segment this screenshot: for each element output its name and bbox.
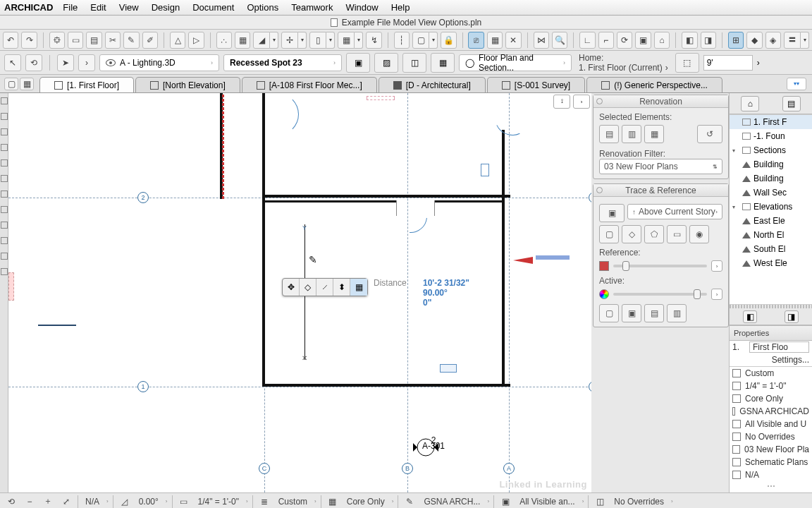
quick-row[interactable]: All Visible and U	[730, 418, 812, 430]
vertical-guide-icon[interactable]: ┆	[394, 32, 410, 49]
chevron-right-icon[interactable]: ›	[582, 498, 584, 504]
selection-icon[interactable]: ⯐	[49, 32, 65, 49]
multi-view-icon[interactable]: ▦	[20, 78, 34, 90]
demolish-status-button[interactable]: ▥	[622, 125, 641, 143]
mirror-h-icon[interactable]: △	[170, 32, 185, 49]
grid-snap-icon[interactable]: ▦	[338, 32, 355, 49]
trace-story[interactable]: ↑ Above Current Story ›	[627, 204, 722, 219]
trace-tool[interactable]: ◇	[622, 225, 641, 243]
status-scale[interactable]: 1/4" = 1'-0"	[195, 497, 242, 507]
undo-button[interactable]: ↶	[3, 32, 18, 49]
tool-item[interactable]	[1, 113, 8, 120]
chevron-right-icon[interactable]: ›	[166, 498, 168, 504]
active-color-swatch[interactable]	[599, 289, 609, 299]
reset-status-button[interactable]: ↺	[697, 125, 722, 143]
tree-node[interactable]: Building	[730, 157, 812, 171]
zoom-in-icon[interactable]: ＋	[41, 495, 55, 508]
workplane-icon[interactable]: ◢	[253, 32, 270, 49]
break-icon[interactable]: ↯	[366, 32, 381, 49]
layer-icon[interactable]: ▣	[635, 32, 651, 49]
chevron-right-icon[interactable]: ›	[106, 498, 109, 504]
quick-row[interactable]: Core Only	[730, 392, 812, 405]
tree-node[interactable]: Wall Sec	[730, 186, 812, 200]
marquee-icon[interactable]: ▭	[68, 32, 83, 49]
grid-icon[interactable]: ▦	[235, 32, 250, 49]
status-pen[interactable]: GSNA ARCH...	[421, 497, 483, 507]
chevron-down-icon[interactable]: ▾	[270, 32, 278, 49]
chevron-right-icon[interactable]: ›	[665, 63, 668, 73]
view-navigator[interactable]: A - Lighting.3D ›	[99, 54, 219, 71]
menu-document[interactable]: Document	[192, 2, 234, 13]
gravity-toggle[interactable]: ⎚	[468, 32, 484, 49]
menu-design[interactable]: Design	[152, 2, 180, 13]
prop-row[interactable]: 1. First Floo	[730, 341, 812, 353]
tab-first-floor[interactable]: [1. First Floor]	[39, 77, 134, 92]
quick-row[interactable]: 1/4" = 1'-0"	[730, 380, 812, 392]
trace-action[interactable]: ▥	[667, 304, 687, 322]
single-view-icon[interactable]: ▢	[4, 78, 18, 90]
chevron-right-icon[interactable]: ›	[78, 54, 95, 71]
rotate-icon[interactable]: ◇	[300, 279, 316, 296]
window-icon[interactable]: ◨	[701, 32, 716, 49]
status-struct[interactable]: Core Only	[344, 497, 388, 507]
chevron-down-icon[interactable]: ▾	[429, 32, 438, 49]
refresh-icon[interactable]: ⟲	[4, 495, 18, 508]
redo-button[interactable]: ↷	[21, 32, 37, 49]
tree-branch[interactable]: ▾Elevations	[730, 200, 812, 214]
quick-row[interactable]: Custom	[730, 367, 812, 380]
tree-branch[interactable]: ▾Sections	[730, 143, 812, 157]
pet-palette[interactable]: ✥ ◇ ⟋ ⬍ ▦	[282, 278, 368, 296]
tab-north-elevation[interactable]: [North Elevation]	[135, 77, 240, 92]
lock-icon[interactable]: 🔒	[441, 32, 456, 49]
chevron-down-icon[interactable]: ▾	[326, 32, 335, 49]
quick-row[interactable]: Schematic Plans	[730, 456, 812, 468]
ref-opacity-slider[interactable]	[613, 265, 707, 267]
chevron-right-icon[interactable]: ›	[573, 95, 590, 109]
coord-input[interactable]: 9'	[703, 55, 753, 71]
mirror-icon[interactable]: ⟋	[316, 279, 333, 296]
tool-item[interactable]	[1, 175, 8, 182]
tab-a108[interactable]: [A-108 First Floor Mec...]	[242, 77, 377, 92]
quick-row[interactable]: N/A	[730, 468, 812, 481]
intersect-toggle[interactable]: ⊞	[728, 32, 744, 49]
trace-toggle[interactable]: ▣	[599, 204, 625, 222]
chevron-down-icon[interactable]: ▾	[355, 32, 363, 49]
tab-s001[interactable]: [S-001 Survey]	[487, 77, 585, 92]
rotate-icon[interactable]: ⟳	[617, 32, 632, 49]
settings-button[interactable]: Settings...	[730, 353, 812, 366]
status-custom[interactable]: Custom	[276, 497, 310, 507]
chevron-down-icon[interactable]: ▾	[801, 32, 809, 49]
menu-view[interactable]: View	[119, 2, 139, 13]
drawing-canvas[interactable]: 2 2 1 1 C B A ✕ Y ✎	[8, 93, 591, 492]
trace-action[interactable]: ▢	[599, 304, 619, 322]
active-opacity-slider[interactable]	[613, 293, 707, 296]
menu-file[interactable]: File	[63, 2, 78, 13]
chevron-right-icon[interactable]: ›	[314, 498, 316, 504]
tool-item[interactable]	[1, 128, 8, 135]
modify-icon[interactable]: ◆	[746, 32, 762, 49]
navigator-mode[interactable]: ⌂	[741, 96, 759, 111]
cube2-icon[interactable]: ▨	[374, 53, 398, 73]
cursor-icon[interactable]: ↖	[4, 54, 21, 71]
tree-node[interactable]: North El	[730, 228, 812, 242]
ref-color-swatch[interactable]	[599, 261, 609, 271]
project-plane-icon[interactable]: ✢	[281, 32, 298, 49]
stories-icon[interactable]: ⬚	[675, 53, 699, 73]
tree-node[interactable]: Building	[730, 171, 812, 186]
quick-row[interactable]: No Overrides	[730, 430, 812, 443]
layers-icon[interactable]: ▤	[86, 32, 102, 49]
suspend-icon[interactable]: ⋈	[534, 32, 549, 49]
more-icon[interactable]: 〓	[784, 32, 801, 49]
menu-help[interactable]: Help	[391, 2, 410, 13]
chevron-down-icon[interactable]: ▾	[298, 32, 307, 49]
mirror-v-icon[interactable]: ▷	[188, 32, 204, 49]
set-orientation-icon[interactable]: ⟟	[553, 95, 570, 109]
tool-item[interactable]	[1, 222, 8, 229]
story-icon[interactable]: ▯	[309, 32, 326, 49]
menu-edit[interactable]: Edit	[90, 2, 106, 13]
corner-icon[interactable]: ⌐	[598, 32, 614, 49]
magnifier-icon[interactable]: 🔍	[552, 32, 567, 49]
context-selector[interactable]: ◯ Floor Plan and Section... ›	[459, 54, 572, 71]
tool-item[interactable]	[1, 268, 8, 275]
menu-options[interactable]: Options	[247, 2, 278, 13]
